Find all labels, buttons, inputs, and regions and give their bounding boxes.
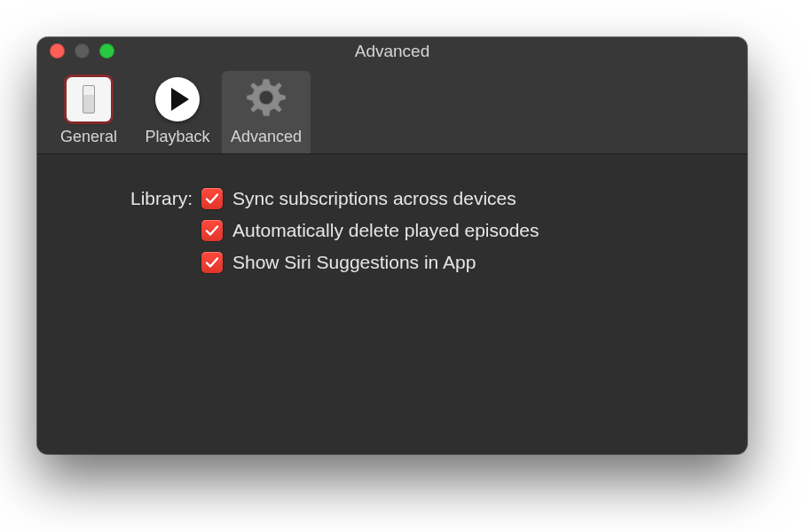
option-siri-suggestions[interactable]: Show Siri Suggestions in App <box>201 252 539 273</box>
tab-advanced-label: Advanced <box>231 128 302 146</box>
tab-playback-label: Playback <box>145 128 209 146</box>
option-auto-delete[interactable]: Automatically delete played episodes <box>201 220 539 241</box>
tab-playback[interactable]: Playback <box>133 71 222 153</box>
tab-advanced[interactable]: Advanced <box>222 71 311 153</box>
library-section-label: Library: <box>64 188 201 209</box>
window-title: Advanced <box>37 42 747 61</box>
check-icon <box>205 255 219 270</box>
tab-general-label: General <box>60 128 117 146</box>
option-sync-label: Sync subscriptions across devices <box>232 188 516 209</box>
gear-icon <box>243 74 289 124</box>
window-controls <box>50 43 114 59</box>
tab-general[interactable]: General <box>44 71 133 153</box>
check-icon <box>205 192 219 206</box>
option-sync-subscriptions[interactable]: Sync subscriptions across devices <box>201 188 539 209</box>
checkbox-auto-delete[interactable] <box>201 220 223 241</box>
option-siri-label: Show Siri Suggestions in App <box>232 252 476 273</box>
option-auto-delete-label: Automatically delete played episodes <box>232 220 539 241</box>
svg-point-0 <box>259 90 273 105</box>
play-icon <box>155 77 200 121</box>
preferences-toolbar: General Playback <box>37 66 747 154</box>
preferences-content: Library: Sync subscriptions across devic… <box>37 154 747 454</box>
checkbox-siri[interactable] <box>201 252 223 273</box>
close-icon[interactable] <box>50 43 65 59</box>
titlebar: Advanced <box>37 37 747 66</box>
preferences-window: Advanced General Playback <box>37 37 747 454</box>
checkbox-sync[interactable] <box>201 188 223 209</box>
minimize-icon[interactable] <box>75 43 90 59</box>
check-icon <box>205 223 219 238</box>
switch-icon <box>67 77 111 121</box>
zoom-icon[interactable] <box>99 43 114 59</box>
